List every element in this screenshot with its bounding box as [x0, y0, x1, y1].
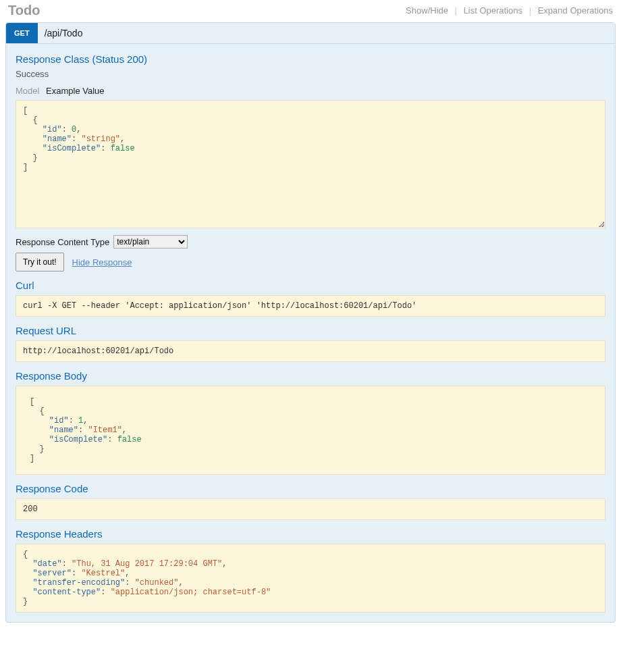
http-method-badge: GET — [6, 23, 38, 43]
show-hide-link[interactable]: Show/Hide — [403, 5, 451, 16]
response-headers-box: { "date": "Thu, 31 Aug 2017 17:29:04 GMT… — [16, 544, 605, 613]
curl-heading: Curl — [16, 280, 605, 291]
tab-model[interactable]: Model — [16, 86, 43, 97]
response-content-type-select[interactable]: text/plainapplication/jsontext/json — [113, 235, 188, 249]
response-body-box: [ { "id": 1, "name": "Item1", "isComplet… — [16, 386, 605, 475]
operation-body: Response Class (Status 200) Success Mode… — [6, 44, 615, 622]
request-url-box: http://localhost:60201/api/Todo — [16, 340, 605, 362]
response-content-type-row: Response Content Type text/plainapplicat… — [16, 235, 605, 249]
operation-path: /api/Todo — [38, 23, 615, 43]
operation-header[interactable]: GET /api/Todo — [6, 23, 615, 44]
separator: | — [454, 5, 458, 16]
response-class-heading: Response Class (Status 200) — [16, 53, 605, 65]
operation-panel: GET /api/Todo Response Class (Status 200… — [5, 22, 616, 623]
tab-example-value[interactable]: Example Value — [46, 86, 108, 97]
separator: | — [528, 5, 533, 16]
schema-tabs: Model Example Value — [16, 86, 605, 97]
api-header: Todo Show/Hide | List Operations | Expan… — [5, 0, 616, 22]
try-it-out-button[interactable]: Try it out! — [16, 253, 64, 272]
response-code-box: 200 — [16, 498, 605, 520]
hide-response-link[interactable]: Hide Response — [72, 257, 132, 267]
resize-handle-icon[interactable] — [597, 220, 604, 227]
header-links: Show/Hide | List Operations | Expand Ope… — [403, 5, 616, 16]
request-url-heading: Request URL — [16, 325, 605, 336]
example-value-box[interactable]: [ { "id": 0, "name": "string", "isComple… — [16, 100, 605, 228]
api-title[interactable]: Todo — [5, 3, 403, 18]
try-actions-row: Try it out! Hide Response — [16, 253, 605, 272]
list-operations-link[interactable]: List Operations — [461, 5, 525, 16]
curl-box: curl -X GET --header 'Accept: applicatio… — [16, 295, 605, 317]
response-code-heading: Response Code — [16, 483, 605, 494]
response-content-type-label: Response Content Type — [16, 237, 109, 247]
response-class-success: Success — [16, 69, 605, 79]
expand-operations-link[interactable]: Expand Operations — [535, 5, 616, 16]
response-headers-heading: Response Headers — [16, 528, 605, 540]
response-body-heading: Response Body — [16, 370, 605, 382]
